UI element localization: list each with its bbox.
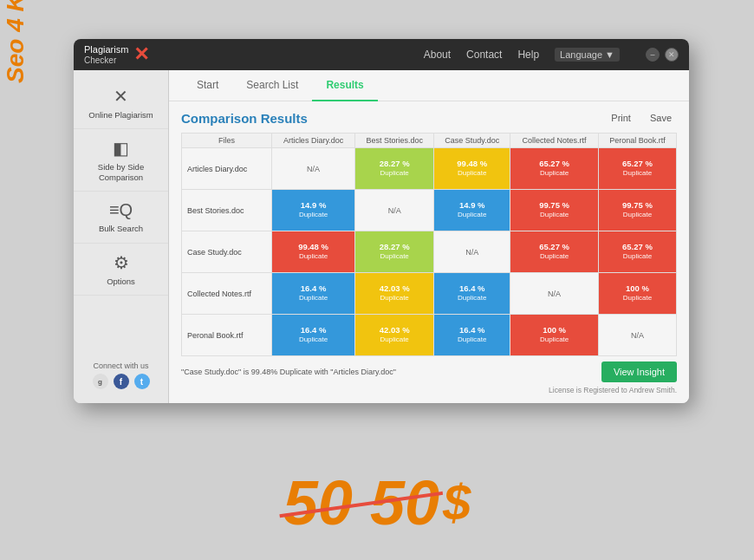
social-icons: g f t — [81, 374, 161, 389]
na-value: N/A — [465, 248, 478, 257]
table-header-row: Files Articles Diary.doc Best Stories.do… — [182, 133, 677, 148]
sidebar-item-online-plagiarism[interactable]: ✕ Online Plagiarism — [74, 77, 168, 129]
dup-cell: 65.27 %Duplicate — [514, 238, 595, 265]
logo-main: Plagiarism — [84, 44, 128, 55]
nav-about[interactable]: About — [424, 49, 451, 61]
dup-cell: 100 %Duplicate — [602, 280, 673, 307]
table-cell: 16.4 %Duplicate — [272, 315, 355, 356]
titlebar-nav: About Contact Help Language ▼ – ✕ — [424, 48, 679, 62]
file-name-cell: Articles Diary.doc — [182, 148, 272, 190]
na-value: N/A — [548, 290, 561, 298]
na-value: N/A — [307, 165, 320, 173]
dup-cell: 42.03 %Duplicate — [359, 280, 430, 307]
table-cell: 99.75 %Duplicate — [510, 190, 599, 231]
dup-cell: 99.48 %Duplicate — [438, 155, 506, 182]
table-cell: 28.27 %Duplicate — [355, 148, 434, 190]
view-insight-button[interactable]: View Insight — [601, 361, 677, 382]
dup-cell: 65.27 %Duplicate — [602, 238, 673, 265]
logo-text: Plagiarism Checker — [84, 44, 128, 64]
table-cell: N/A — [355, 190, 434, 231]
tab-start[interactable]: Start — [183, 70, 232, 101]
watermark-text: Seo 4 King — [2, 0, 29, 83]
file-name-cell: Best Stories.doc — [182, 190, 272, 231]
table-cell: 16.4 %Duplicate — [434, 273, 510, 315]
twitter-icon[interactable]: t — [134, 374, 150, 389]
print-button[interactable]: Print — [606, 110, 636, 126]
table-cell: 42.03 %Duplicate — [355, 273, 434, 315]
logo-x: ✕ — [133, 43, 149, 66]
table-cell: 100 %Duplicate — [510, 315, 599, 356]
col-collected: Collected Notes.rtf — [510, 133, 599, 148]
options-icon: ⚙ — [114, 252, 129, 273]
table-cell: 14.9 %Duplicate — [272, 190, 355, 231]
sidebar-label-online: Online Plagiarism — [88, 110, 153, 120]
dup-cell: 100 %Duplicate — [514, 322, 595, 348]
table-cell: 99.48 %Duplicate — [272, 231, 355, 273]
facebook-icon[interactable]: f — [114, 374, 129, 389]
na-value: N/A — [388, 206, 401, 215]
file-name-cell: Case Study.doc — [182, 231, 272, 273]
logo-sub: Checker — [84, 55, 128, 65]
price-amount: 50 50 — [283, 472, 439, 534]
main-window: Plagiarism Checker ✕ About Contact Help … — [74, 39, 689, 403]
col-peronal: Peronal Book.rtf — [598, 133, 676, 148]
file-name-cell: Peronal Book.rtf — [182, 315, 272, 356]
nav-language[interactable]: Language ▼ — [555, 48, 620, 62]
table-cell: 100 %Duplicate — [598, 273, 676, 315]
table-cell: 16.4 %Duplicate — [272, 273, 355, 315]
footnote: "Case Study.doc" is 99.48% Duplicate wit… — [181, 368, 396, 376]
titlebar: Plagiarism Checker ✕ About Contact Help … — [74, 39, 689, 70]
col-case: Case Study.doc — [434, 133, 510, 148]
sidebar-label-options: Options — [107, 277, 135, 286]
license-text: License is Registered to Andrew Smith. — [181, 386, 677, 394]
table-cell: N/A — [598, 315, 676, 356]
sidebar-item-options[interactable]: ⚙ Options — [74, 244, 168, 296]
tab-results[interactable]: Results — [312, 70, 377, 101]
dup-cell: 14.9 %Duplicate — [438, 197, 506, 224]
dup-cell: 65.27 %Duplicate — [514, 155, 595, 182]
col-files: Files — [182, 133, 272, 148]
table-row: Collected Notes.rtf16.4 %Duplicate42.03 … — [182, 273, 677, 315]
table-cell: 16.4 %Duplicate — [434, 315, 510, 356]
window-controls: – ✕ — [646, 48, 679, 62]
bulk-search-icon: ≡Q — [109, 200, 133, 220]
tab-search-list[interactable]: Search List — [232, 70, 312, 101]
logo: Plagiarism Checker ✕ — [84, 43, 149, 66]
sidebar-item-side-by-side[interactable]: ◧ Side by Side Comparison — [74, 129, 168, 192]
dup-cell: 14.9 %Duplicate — [276, 197, 351, 224]
minimize-button[interactable]: – — [646, 48, 660, 62]
na-value: N/A — [631, 331, 644, 340]
close-button[interactable]: ✕ — [665, 48, 679, 62]
dup-cell: 65.27 %Duplicate — [602, 155, 673, 182]
dup-cell: 99.75 %Duplicate — [514, 197, 595, 224]
table-cell: 65.27 %Duplicate — [598, 148, 676, 190]
table-cell: 28.27 %Duplicate — [355, 231, 434, 273]
nav-contact[interactable]: Contact — [466, 49, 502, 61]
watermark: Seo 4 King.com — [2, 0, 29, 83]
google-icon[interactable]: g — [93, 374, 108, 389]
col-best: Best Stories.doc — [355, 133, 434, 148]
content: Start Search List Results Comparison Res… — [169, 70, 689, 403]
file-name-cell: Collected Notes.rtf — [182, 273, 272, 315]
save-button[interactable]: Save — [645, 110, 677, 126]
tabs: Start Search List Results — [169, 70, 689, 101]
table-cell: N/A — [434, 231, 510, 273]
table-cell: 42.03 %Duplicate — [355, 315, 434, 356]
dup-cell: 16.4 %Duplicate — [276, 280, 351, 307]
table-row: Peronal Book.rtf16.4 %Duplicate42.03 %Du… — [182, 315, 677, 356]
nav-help[interactable]: Help — [517, 49, 539, 61]
results-title: Comparison Results — [181, 111, 606, 126]
price-section: 50 50 $ — [283, 472, 471, 534]
table-cell: 99.48 %Duplicate — [434, 148, 510, 190]
results-area: Comparison Results Print Save Files Arti… — [169, 101, 689, 403]
dup-cell: 42.03 %Duplicate — [359, 322, 430, 348]
sidebar: ✕ Online Plagiarism ◧ Side by Side Compa… — [74, 70, 169, 403]
dup-cell: 28.27 %Duplicate — [359, 155, 430, 182]
dup-cell: 28.27 %Duplicate — [359, 238, 430, 265]
sidebar-label-bulk: Bulk Search — [99, 224, 143, 233]
connect-section: Connect with us g f t — [74, 355, 168, 396]
table-cell: 65.27 %Duplicate — [510, 231, 599, 273]
sidebar-item-bulk-search[interactable]: ≡Q Bulk Search — [74, 192, 168, 243]
table-cell: 14.9 %Duplicate — [434, 190, 510, 231]
results-actions: Print Save — [606, 110, 677, 126]
